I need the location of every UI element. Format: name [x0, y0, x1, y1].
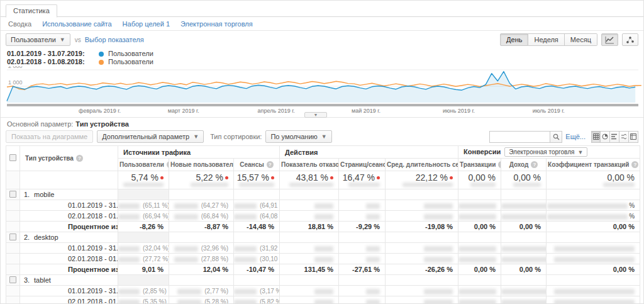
percent-change-value: -8,26 %	[118, 222, 169, 232]
column-header[interactable]: Пользователи?↓	[118, 159, 169, 171]
help-icon[interactable]: ?	[498, 161, 501, 168]
chevron-down-icon: ▼	[577, 149, 583, 155]
tab-statistics[interactable]: Статистика	[6, 4, 57, 18]
table-row-mobile[interactable]: 1.mobile	[6, 189, 640, 200]
advanced-search-link[interactable]: Ещё...	[565, 133, 586, 140]
table-row-desktop[interactable]: 2.desktop	[6, 232, 640, 243]
help-icon[interactable]: ?	[167, 161, 169, 168]
empty-cell	[501, 189, 547, 200]
column-header-label: Коэффициент транзакций	[548, 161, 629, 168]
subnav-item-overview[interactable]: Сводка	[8, 20, 31, 28]
redacted-value	[191, 183, 228, 187]
granularity-button[interactable]: Месяц	[565, 33, 597, 46]
summary-value-text: 22,12 %	[416, 172, 448, 183]
line-chart-button[interactable]	[601, 33, 618, 46]
comparison-view-icon[interactable]	[619, 131, 629, 143]
granularity-button[interactable]: Неделя	[528, 33, 564, 46]
table-row-tablet[interactable]: 3.tablet	[6, 275, 640, 286]
metric-cell: (27,72 %)	[118, 254, 169, 264]
select-all-checkbox[interactable]	[9, 154, 16, 161]
redacted-value	[118, 289, 140, 295]
redacted-value	[547, 203, 628, 209]
performance-view-icon[interactable]	[610, 131, 619, 143]
subnav-item-site-usage[interactable]: Использование сайта	[42, 20, 111, 28]
metric-picker-link[interactable]: Выбор показателя	[85, 36, 144, 43]
redacted-value	[470, 183, 496, 187]
sort-type-value: По умолчанию	[270, 133, 317, 140]
help-icon[interactable]: ?	[531, 161, 538, 168]
metric-select[interactable]: Пользователи ▼	[6, 33, 70, 46]
column-header[interactable]: Показатель отказов?	[280, 159, 339, 171]
share-of-total: (64,08 %)	[260, 213, 280, 220]
conversions-type-select[interactable]: Электронная торговля▼	[504, 147, 587, 157]
row-checkbox[interactable]	[9, 191, 16, 198]
checkbox-cell	[6, 275, 20, 286]
plot-rows-button[interactable]: Показать на диаграмме	[6, 130, 93, 143]
redacted-value	[501, 289, 547, 295]
column-header[interactable]: Страниц/сеанс?	[339, 159, 386, 171]
metric-cell	[339, 254, 386, 264]
primary-dimension-value[interactable]: Тип устройства	[75, 120, 129, 128]
metric-cell	[339, 296, 386, 304]
column-header[interactable]: Новые пользователи?	[169, 159, 234, 171]
percent-change-value: 0,00 %	[501, 264, 547, 275]
motion-chart-button[interactable]	[622, 33, 638, 46]
dimension-header-label[interactable]: Тип устройства	[25, 155, 74, 162]
share-of-total: (32,96 %)	[201, 245, 228, 252]
column-header[interactable]: Коэффициент транзакций?	[547, 159, 640, 171]
alert-dot-icon	[450, 176, 453, 179]
legend-date-range: 01.01.2019 - 31.07.2019:	[7, 50, 99, 58]
metric-cell	[501, 211, 547, 222]
empty-cell	[458, 189, 501, 200]
search-icon[interactable]	[550, 131, 562, 143]
alert-dot-icon	[271, 176, 274, 179]
summary-value-text: 0,00 %	[468, 172, 496, 183]
x-axis-label: апрель 2019 г.	[258, 108, 295, 114]
percentage-view-icon[interactable]	[601, 131, 610, 143]
help-icon[interactable]: ?	[267, 161, 274, 168]
device-type-cell: 1.mobile	[20, 189, 118, 200]
percent-change-value: -19,08 %	[386, 222, 458, 232]
column-header[interactable]: Транзакции?	[458, 159, 501, 171]
data-view-icon[interactable]	[591, 131, 601, 143]
line-chart[interactable]: 1 0002 000февраль 2019 г.март 2019 г.апр…	[1, 66, 644, 116]
granularity-button[interactable]: День	[500, 33, 528, 46]
empty-cell	[339, 275, 386, 286]
summary-value: 16,47 %	[339, 171, 385, 183]
redacted-value	[174, 257, 198, 262]
metric-cell	[386, 211, 458, 222]
date-range-row: 02.01.2018 - 01.08.2018(66,94 %)(66,84 %…	[6, 211, 640, 222]
chart-collapse-handle[interactable]: ▼	[304, 112, 327, 118]
device-type-label: mobile	[34, 191, 54, 198]
checkbox-cell	[6, 211, 20, 222]
search-input[interactable]	[489, 131, 550, 143]
help-icon[interactable]: ?	[631, 161, 638, 168]
metric-cell	[547, 286, 640, 296]
pivot-view-icon[interactable]	[629, 131, 638, 143]
metric-cell: (30,10 %)	[234, 254, 280, 264]
column-header[interactable]: Сред. длительность сеанса?	[386, 159, 458, 171]
summary-metric-cell: 0,00 %	[547, 171, 640, 189]
checkbox-cell	[6, 286, 20, 296]
row-checkbox[interactable]	[9, 276, 16, 283]
subnav-item-ecommerce[interactable]: Электронная торговля	[180, 20, 253, 28]
redacted-value	[366, 214, 380, 220]
summary-metric-cell: 43,81 %	[280, 171, 339, 189]
subnav-item-goal-set-1[interactable]: Набор целей 1	[123, 20, 170, 28]
percent-change-row: Процентное изменение-8,26 %-8,87 %-14,48…	[6, 222, 640, 232]
sort-type-select[interactable]: По умолчанию ▼	[265, 130, 331, 143]
metric-cell: (3,17 %)	[234, 286, 280, 296]
column-header[interactable]: Сеансы?	[234, 159, 280, 171]
redacted-value	[366, 246, 380, 252]
secondary-dimension-select[interactable]: Дополнительный параметр ▼	[97, 130, 204, 143]
date-range-label: 01.01.2019 - 31.07.2019	[20, 200, 118, 211]
row-checkbox[interactable]	[9, 234, 16, 240]
column-header[interactable]: Доход?	[501, 159, 547, 171]
dimension-header: Тип устройства?	[20, 146, 118, 171]
metric-cell: (66,94 %)	[118, 211, 169, 222]
metric-cell	[280, 243, 339, 254]
help-icon[interactable]: ?	[76, 155, 83, 162]
table-header-group-row: Тип устройства?Источники трафикаДействия…	[6, 146, 640, 159]
metric-cell	[501, 200, 547, 211]
share-of-total: (5,82 %)	[260, 298, 280, 304]
